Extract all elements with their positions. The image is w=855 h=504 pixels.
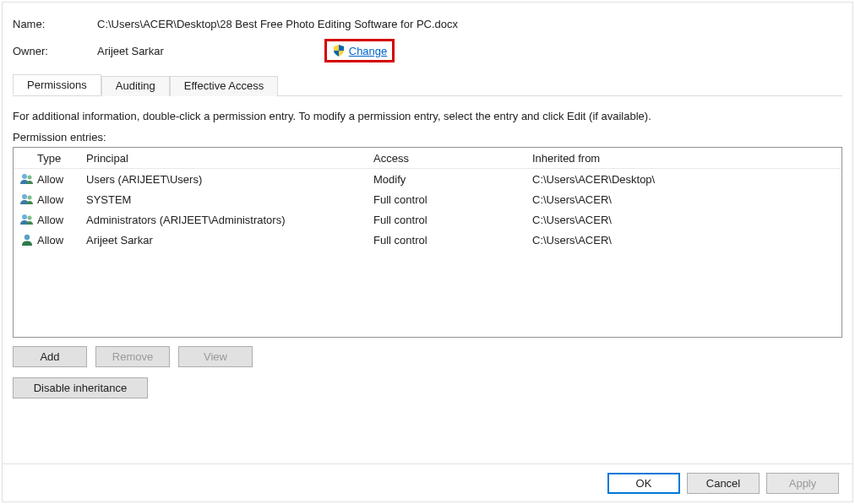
cell-access: Full control [373,234,532,247]
col-header-type[interactable]: Type [37,152,86,165]
svg-point-5 [28,216,32,220]
cell-principal: Arijeet Sarkar [86,234,373,247]
people-icon [17,172,37,186]
svg-point-6 [25,235,30,240]
table-row[interactable]: AllowArijeet SarkarFull controlC:\Users\… [14,230,841,250]
cell-type: Allow [37,234,86,247]
uac-shield-icon [332,44,346,57]
col-header-access[interactable]: Access [373,152,532,165]
cell-access: Modify [373,173,532,186]
cell-inherited: C:\Users\ACER\ [532,214,841,226]
tab-permissions-label: Permissions [27,79,87,91]
cell-principal: Users (ARIJEET\Users) [86,173,373,186]
svg-point-0 [22,174,27,179]
advanced-security-window: Name: C:\Users\ACER\Desktop\28 Best Free… [2,2,853,502]
table-row[interactable]: AllowAdministrators (ARIJEET\Administrat… [14,209,841,230]
cell-principal: SYSTEM [86,193,373,206]
cell-type: Allow [37,173,86,186]
permission-entries-label: Permission entries: [13,131,842,144]
owner-label: Owner: [13,45,97,57]
people-icon [17,192,37,206]
change-owner-highlight: Change [324,39,395,62]
svg-point-2 [22,194,27,199]
owner-value: Arijeet Sarkar [97,45,164,57]
permission-entries-grid[interactable]: Type Principal Access Inherited from All… [13,147,842,338]
tab-effective-label: Effective Access [184,79,264,92]
ok-button[interactable]: OK [607,473,680,494]
add-button[interactable]: Add [13,346,87,367]
cell-inherited: C:\Users\ACER\ [532,193,841,206]
cell-inherited: C:\Users\ACER\ [532,234,841,247]
cell-inherited: C:\Users\ACER\Desktop\ [532,173,841,186]
col-header-inherited[interactable]: Inherited from [532,152,841,165]
change-owner-link[interactable]: Change [349,45,388,57]
tab-auditing[interactable]: Auditing [101,76,170,96]
person-icon [17,233,37,247]
cell-type: Allow [37,214,86,226]
apply-button[interactable]: Apply [766,473,839,494]
remove-button[interactable]: Remove [95,346,170,367]
svg-point-4 [22,214,27,219]
svg-point-3 [28,196,32,200]
tab-permissions[interactable]: Permissions [13,74,101,95]
tab-auditing-label: Auditing [116,79,155,92]
cell-access: Full control [373,214,532,226]
tabs: Permissions Auditing Effective Access [13,74,842,95]
disable-inheritance-button[interactable]: Disable inheritance [13,377,148,398]
table-row[interactable]: AllowUsers (ARIJEET\Users)ModifyC:\Users… [14,169,841,189]
name-label: Name: [13,18,97,30]
svg-point-1 [28,176,32,180]
cancel-button[interactable]: Cancel [687,473,760,494]
people-icon [17,213,37,226]
tab-effective-access[interactable]: Effective Access [170,76,278,96]
cell-type: Allow [37,193,86,206]
cell-principal: Administrators (ARIJEET\Administrators) [86,214,373,226]
name-value: C:\Users\ACER\Desktop\28 Best Free Photo… [97,18,458,30]
view-button[interactable]: View [178,346,253,367]
cell-access: Full control [373,193,532,206]
table-row[interactable]: AllowSYSTEMFull controlC:\Users\ACER\ [14,189,841,209]
col-header-principal[interactable]: Principal [86,152,373,165]
instructions-text: For additional information, double-click… [13,110,842,122]
dialog-footer: OK Cancel Apply [3,463,852,501]
